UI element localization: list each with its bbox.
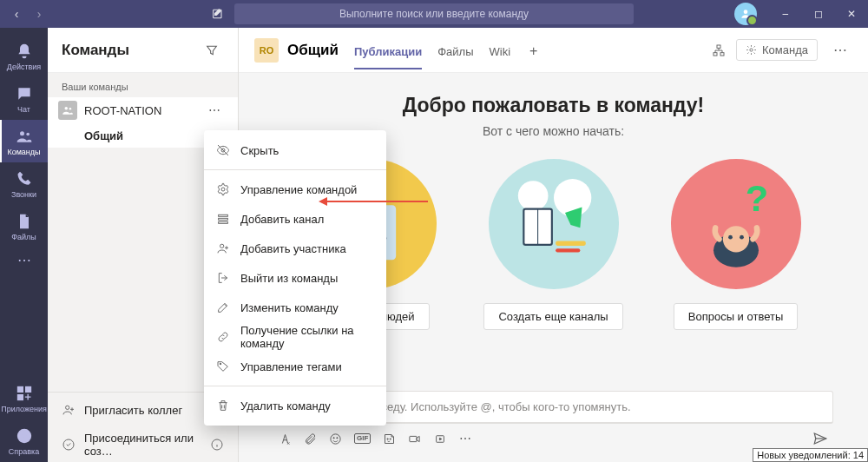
svg-point-9 [69,108,72,110]
menu-leave-team[interactable]: Выйти из команды [204,263,386,293]
panel-title: Команды [62,42,200,59]
rail-activity[interactable]: Действия [0,35,48,77]
rail-files[interactable]: Файлы [0,205,48,248]
team-context-menu: Скрыть Управление командой Добавить кана… [204,130,386,426]
svg-rect-6 [17,395,23,400]
window-controls: ‒ ◻ ✕ [734,0,868,28]
compose-toolbar: GIF ⋯ [273,424,833,446]
rail-files-label: Файлы [11,233,36,241]
menu-manage-tags[interactable]: Управление тегами [204,352,386,381]
menu-hide[interactable]: Скрыть [204,135,386,165]
svg-point-2 [20,131,24,135]
svg-rect-44 [219,221,228,223]
svg-point-21 [517,181,548,211]
channel-name: Общий [84,129,123,142]
rail-help-label: Справка [9,447,39,456]
send-icon[interactable] [812,431,828,446]
meet-icon[interactable] [408,432,421,446]
maximize-button[interactable]: ◻ [802,0,835,28]
org-chart-icon[interactable] [712,43,726,57]
tab-files[interactable]: Файлы [437,31,473,69]
sticker-icon[interactable] [383,432,396,446]
create-channels-button[interactable]: Создать еще каналы [483,303,622,330]
tab-add[interactable]: + [526,31,541,69]
svg-point-29 [722,226,748,252]
svg-point-16 [750,49,753,51]
menu-edit-team[interactable]: Изменить команду [204,293,386,322]
card-create-channels-image [489,159,619,289]
svg-rect-42 [219,214,228,216]
nav-back[interactable]: ‹ [5,3,28,25]
rail-apps[interactable]: Приложения [0,377,48,419]
team-more-button[interactable]: ⋯ [205,103,224,117]
svg-point-8 [65,107,69,110]
svg-point-11 [63,439,74,450]
filter-icon[interactable] [200,38,224,63]
stream-icon[interactable] [433,432,447,446]
channel-tabs: Публикации Файлы Wiki + [354,31,541,69]
svg-point-33 [333,437,334,438]
team-name: ROOT-NATION [84,104,205,117]
svg-point-36 [390,438,391,439]
join-create-team[interactable]: Присоединиться или соз… [48,427,238,462]
svg-rect-37 [410,436,417,441]
svg-rect-14 [713,52,717,55]
user-avatar[interactable] [734,3,757,25]
channel-avatar: RO [254,38,279,63]
svg-point-10 [66,406,69,409]
tab-wiki[interactable]: Wiki [490,31,511,69]
search-placeholder: Выполните поиск или введите команду [339,8,529,20]
new-message-icon[interactable] [207,3,229,25]
menu-add-member[interactable]: Добавить участника [204,234,386,263]
welcome-title: Добро пожаловать в команду! [239,94,868,117]
rail-chat[interactable]: Чат [0,77,48,120]
emoji-icon[interactable] [329,432,342,446]
nav-forward[interactable]: › [28,3,50,25]
minimize-button[interactable]: ‒ [769,0,802,28]
svg-point-35 [387,438,388,439]
team-button[interactable]: Команда [736,39,818,61]
search-input[interactable]: Выполните поиск или введите команду [234,3,634,24]
svg-point-3 [26,133,30,136]
team-item[interactable]: ROOT-NATION ⋯ [48,97,238,123]
svg-point-41 [221,188,225,191]
rail-calls[interactable]: Звонки [0,162,48,205]
rail-more[interactable]: ⋯ [0,248,48,277]
channel-header: RO Общий Публикации Файлы Wiki + Команда… [239,28,868,73]
team-avatar [58,101,77,120]
rail-activity-label: Действия [7,63,41,71]
svg-rect-5 [25,387,30,393]
svg-point-46 [220,363,221,365]
channel-more[interactable]: ⋯ [828,40,852,60]
tab-posts[interactable]: Публикации [354,31,422,69]
svg-rect-25 [556,241,586,246]
app-rail: Действия Чат Команды Звонки Файлы ⋯ Прил… [0,28,48,462]
menu-get-link[interactable]: Получение ссылки на команду [204,322,386,352]
gif-icon[interactable]: GIF [354,433,371,444]
close-button[interactable]: ✕ [835,0,868,28]
rail-help[interactable]: Справка [0,419,48,462]
panel-header: Команды [48,28,238,73]
rail-teams-label: Команды [7,148,40,156]
nav-arrows: ‹ › [5,3,50,25]
svg-point-30 [728,235,733,240]
svg-rect-26 [556,248,580,252]
menu-delete-team[interactable]: Удалить команду [204,391,386,420]
card-faq-image: ? [671,159,801,289]
join-label: Присоединиться или соз… [84,432,210,458]
svg-rect-13 [717,45,720,48]
format-icon[interactable] [279,432,292,446]
svg-rect-4 [17,387,23,393]
svg-point-34 [337,437,338,438]
svg-point-1 [744,10,748,14]
menu-manage-team[interactable]: Управление командой [204,175,386,204]
attach-icon[interactable] [304,432,317,446]
compose-more[interactable]: ⋯ [459,432,471,446]
rail-teams[interactable]: Команды [0,120,48,162]
menu-add-channel[interactable]: Добавить канал [204,204,386,234]
rail-apps-label: Приложения [1,405,47,413]
invite-label: Пригласить коллег [84,404,182,417]
svg-line-40 [218,145,228,155]
card-faq: ? Вопросы и ответы [658,159,814,330]
faq-button[interactable]: Вопросы и ответы [674,303,798,330]
